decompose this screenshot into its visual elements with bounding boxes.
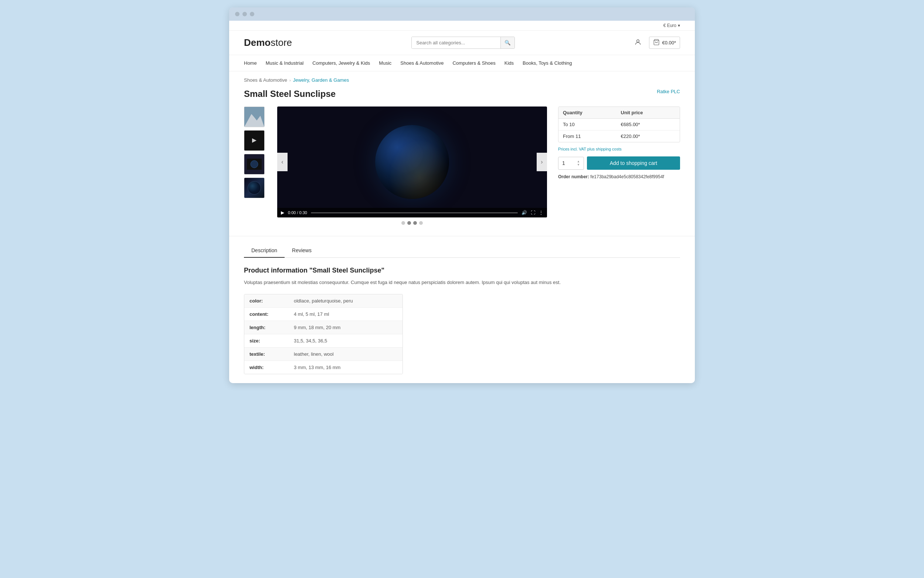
tab-description[interactable]: Description [244, 244, 285, 258]
breadcrumb: Shoes & Automotive › Jewelry, Garden & G… [229, 71, 695, 86]
pricing-price-2: €220.00* [617, 130, 680, 142]
spec-row-length: length: 9 mm, 18 mm, 20 mm [244, 321, 403, 334]
logo[interactable]: Demostore [244, 37, 292, 49]
main-nav: Home Music & Industrial Computers, Jewel… [229, 55, 695, 71]
video-play-button[interactable]: ▶ [281, 210, 284, 215]
quantity-increment[interactable]: ▲ [577, 160, 580, 163]
breadcrumb-current[interactable]: Jewelry, Garden & Games [293, 77, 349, 83]
currency-selector[interactable]: € Euro ▾ [663, 23, 680, 28]
spec-key-textile: textile: [244, 347, 289, 360]
cart-button[interactable]: €0.00* [649, 37, 680, 49]
pricing-row-1: To 10 €685.00* [558, 119, 680, 130]
spec-key-length: length: [244, 321, 289, 334]
order-number-label: Order number: [558, 174, 589, 179]
pricing-note[interactable]: Prices incl. VAT plus shipping costs [558, 147, 680, 151]
search-button[interactable]: 🔍 [500, 37, 515, 49]
spec-row-textile: textile: leather, linen, wool [244, 347, 403, 361]
video-more-icon[interactable]: ⋮ [539, 210, 543, 215]
nav-item-shoes-automotive[interactable]: Shoes & Automotive [400, 55, 443, 71]
spec-val-textile: leather, linen, wool [289, 347, 403, 360]
close-dot [235, 12, 239, 16]
carousel-dot-1[interactable] [401, 221, 405, 225]
main-image-area: ‹ › ▶ 0:00 / 0:30 🔊 ⛶ ⋮ [277, 107, 547, 225]
pricing-col-price: Unit price [617, 107, 680, 119]
spec-row-width: width: 3 mm, 13 mm, 16 mm [244, 361, 403, 374]
svg-point-0 [637, 40, 639, 42]
product-header: Small Steel Sunclipse Ratke PLC [229, 86, 695, 107]
specs-table: color: oldlace, paleturquoise, peru cont… [244, 294, 403, 374]
spec-key-content: content: [244, 308, 289, 321]
currency-chevron-icon: ▾ [678, 23, 680, 28]
video-fullscreen-icon[interactable]: ⛶ [531, 210, 535, 215]
spec-val-content: 4 ml, 5 ml, 17 ml [289, 308, 403, 321]
earth-lights-overlay [375, 125, 449, 199]
nav-item-books-toys-clothing[interactable]: Books, Toys & Clothing [523, 55, 572, 71]
thumbnail-4[interactable] [244, 177, 265, 198]
nav-item-music-industrial[interactable]: Music & Industrial [266, 55, 304, 71]
product-brand[interactable]: Ratke PLC [657, 89, 680, 94]
spec-row-size: size: 31,5, 34,5, 36,5 [244, 334, 403, 347]
thumbnail-1[interactable] [244, 107, 265, 127]
carousel-dot-3[interactable] [413, 221, 417, 225]
pricing-row-2: From 11 €220.00* [558, 130, 680, 142]
product-video-player[interactable]: ‹ › ▶ 0:00 / 0:30 🔊 ⛶ ⋮ [277, 107, 547, 218]
video-volume-icon[interactable]: 🔊 [521, 210, 527, 215]
pricing-section: Quantity Unit price To 10 €685.00* [558, 107, 680, 225]
tab-list: Description Reviews [244, 244, 680, 258]
carousel-dots [277, 221, 547, 225]
play-icon [252, 138, 257, 143]
pricing-qty-1: To 10 [558, 119, 617, 130]
minimize-dot [243, 12, 247, 16]
thumbnail-2[interactable] [244, 130, 265, 151]
video-progress-bar[interactable] [311, 212, 518, 213]
video-time: 0:00 / 0:30 [288, 210, 307, 215]
spec-val-color: oldlace, paleturquoise, peru [289, 294, 403, 307]
pricing-col-quantity: Quantity [558, 107, 617, 119]
spec-val-length: 9 mm, 18 mm, 20 mm [289, 321, 403, 334]
carousel-next-button[interactable]: › [537, 153, 547, 171]
logo-bold: Demo [244, 37, 270, 48]
spec-val-width: 3 mm, 13 mm, 16 mm [289, 361, 403, 374]
earth-thumbnail [248, 181, 261, 195]
product-title: Small Steel Sunclipse [244, 89, 336, 99]
carousel-dot-2[interactable] [407, 221, 411, 225]
spec-key-color: color: [244, 294, 289, 307]
cart-total: €0.00* [662, 40, 676, 45]
add-to-cart-button[interactable]: Add to shopping cart [587, 156, 680, 170]
spec-val-size: 31,5, 34,5, 36,5 [289, 334, 403, 347]
quantity-decrement[interactable]: ▼ [577, 164, 580, 166]
spec-row-content: content: 4 ml, 5 ml, 17 ml [244, 308, 403, 321]
svg-point-6 [251, 161, 258, 168]
carousel-prev-button[interactable]: ‹ [277, 153, 288, 171]
nav-item-home[interactable]: Home [244, 55, 257, 71]
nav-item-music[interactable]: Music [379, 55, 392, 71]
add-to-cart-row: 1 ▲ ▼ Add to shopping cart [558, 156, 680, 170]
search-input[interactable] [412, 37, 500, 49]
quantity-stepper[interactable]: ▲ ▼ [577, 160, 580, 166]
top-bar: € Euro ▾ [229, 21, 695, 31]
carousel-dot-4[interactable] [419, 221, 423, 225]
quantity-value: 1 [562, 160, 565, 166]
product-description: Voluptas praesentium sit molestias conse… [244, 279, 680, 287]
header-actions: €0.00* [634, 37, 680, 49]
account-button[interactable] [634, 39, 642, 47]
spec-row-color: color: oldlace, paleturquoise, peru [244, 294, 403, 308]
product-layout: ‹ › ▶ 0:00 / 0:30 🔊 ⛶ ⋮ [229, 107, 695, 236]
breadcrumb-parent[interactable]: Shoes & Automotive [244, 77, 287, 83]
thumbnail-3[interactable] [244, 154, 265, 175]
product-info-section: Product information "Small Steel Sunclip… [229, 258, 695, 383]
currency-label: € Euro [663, 23, 676, 28]
browser-titlebar [229, 7, 695, 21]
video-controls: ▶ 0:00 / 0:30 🔊 ⛶ ⋮ [277, 208, 547, 218]
nav-item-computers-jewelry-kids[interactable]: Computers, Jewelry & Kids [312, 55, 370, 71]
nav-item-computers-shoes[interactable]: Computers & Shoes [452, 55, 495, 71]
spec-key-width: width: [244, 361, 289, 374]
account-icon [634, 39, 642, 47]
nav-item-kids[interactable]: Kids [505, 55, 514, 71]
tab-reviews[interactable]: Reviews [285, 244, 319, 258]
search-bar: 🔍 [411, 37, 515, 49]
search-icon: 🔍 [505, 40, 511, 45]
product-info-title: Product information "Small Steel Sunclip… [244, 266, 680, 274]
thumbnail-list [244, 107, 266, 225]
pricing-qty-2: From 11 [558, 130, 617, 142]
